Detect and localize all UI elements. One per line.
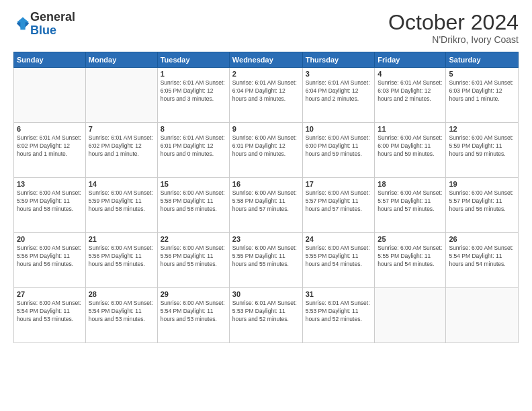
day-number: 18 bbox=[378, 180, 443, 188]
day-info: Sunrise: 6:00 AM Sunset: 5:54 PM Dayligh… bbox=[161, 300, 226, 324]
day-number: 4 bbox=[378, 70, 443, 78]
calendar-cell: 15Sunrise: 6:00 AM Sunset: 5:58 PM Dayli… bbox=[157, 178, 229, 233]
day-info: Sunrise: 6:00 AM Sunset: 5:56 PM Dayligh… bbox=[17, 244, 83, 269]
calendar-cell bbox=[375, 288, 446, 343]
calendar-cell: 11Sunrise: 6:00 AM Sunset: 6:00 PM Dayli… bbox=[375, 123, 446, 178]
calendar-cell: 23Sunrise: 6:00 AM Sunset: 5:55 PM Dayli… bbox=[229, 233, 302, 288]
calendar-cell: 2Sunrise: 6:01 AM Sunset: 6:04 PM Daylig… bbox=[229, 68, 302, 123]
day-number: 5 bbox=[449, 70, 515, 78]
day-info: Sunrise: 6:00 AM Sunset: 5:54 PM Dayligh… bbox=[89, 300, 154, 324]
calendar-cell: 22Sunrise: 6:00 AM Sunset: 5:56 PM Dayli… bbox=[157, 233, 229, 288]
day-header-tuesday: Tuesday bbox=[157, 52, 229, 68]
calendar-week-row: 6Sunrise: 6:01 AM Sunset: 6:02 PM Daylig… bbox=[14, 123, 519, 178]
day-info: Sunrise: 6:00 AM Sunset: 5:56 PM Dayligh… bbox=[89, 244, 154, 269]
calendar-cell: 5Sunrise: 6:01 AM Sunset: 6:03 PM Daylig… bbox=[446, 68, 519, 123]
day-info: Sunrise: 6:01 AM Sunset: 5:53 PM Dayligh… bbox=[232, 300, 300, 324]
day-info: Sunrise: 6:01 AM Sunset: 6:03 PM Dayligh… bbox=[449, 79, 515, 103]
calendar-cell: 1Sunrise: 6:01 AM Sunset: 6:05 PM Daylig… bbox=[157, 68, 229, 123]
day-info: Sunrise: 6:00 AM Sunset: 5:54 PM Dayligh… bbox=[449, 244, 515, 269]
day-number: 9 bbox=[232, 125, 300, 133]
day-info: Sunrise: 6:00 AM Sunset: 5:59 PM Dayligh… bbox=[17, 189, 83, 214]
calendar-header-row: SundayMondayTuesdayWednesdayThursdayFrid… bbox=[14, 52, 519, 68]
day-info: Sunrise: 6:00 AM Sunset: 5:57 PM Dayligh… bbox=[306, 189, 372, 214]
calendar-cell: 3Sunrise: 6:01 AM Sunset: 6:04 PM Daylig… bbox=[302, 68, 375, 123]
day-info: Sunrise: 6:00 AM Sunset: 5:56 PM Dayligh… bbox=[161, 244, 226, 269]
day-number: 23 bbox=[232, 235, 300, 243]
calendar-cell bbox=[446, 288, 519, 343]
calendar-cell: 24Sunrise: 6:00 AM Sunset: 5:55 PM Dayli… bbox=[302, 233, 375, 288]
month-title: October 2024 bbox=[388, 11, 519, 34]
logo-general-text: General bbox=[30, 11, 75, 24]
day-info: Sunrise: 6:00 AM Sunset: 5:58 PM Dayligh… bbox=[161, 189, 226, 214]
calendar-cell: 9Sunrise: 6:00 AM Sunset: 6:01 PM Daylig… bbox=[229, 123, 302, 178]
day-number: 10 bbox=[306, 125, 372, 133]
logo-blue-text: Blue bbox=[30, 24, 75, 38]
title-block: October 2024 N'Drikro, Ivory Coast bbox=[388, 11, 519, 45]
day-info: Sunrise: 6:00 AM Sunset: 5:55 PM Dayligh… bbox=[306, 244, 372, 269]
calendar-cell: 28Sunrise: 6:00 AM Sunset: 5:54 PM Dayli… bbox=[85, 288, 157, 343]
calendar-cell: 14Sunrise: 6:00 AM Sunset: 5:59 PM Dayli… bbox=[85, 178, 157, 233]
day-header-saturday: Saturday bbox=[446, 52, 519, 68]
day-number: 17 bbox=[306, 180, 372, 188]
logo-icon bbox=[13, 15, 30, 34]
calendar-cell: 29Sunrise: 6:00 AM Sunset: 5:54 PM Dayli… bbox=[157, 288, 229, 343]
day-number: 15 bbox=[161, 180, 226, 188]
calendar-cell: 8Sunrise: 6:01 AM Sunset: 6:01 PM Daylig… bbox=[157, 123, 229, 178]
calendar-cell: 31Sunrise: 6:01 AM Sunset: 5:53 PM Dayli… bbox=[302, 288, 375, 343]
day-number: 24 bbox=[306, 235, 372, 243]
day-number: 19 bbox=[449, 180, 515, 188]
calendar-week-row: 1Sunrise: 6:01 AM Sunset: 6:05 PM Daylig… bbox=[14, 68, 519, 123]
day-info: Sunrise: 6:00 AM Sunset: 5:55 PM Dayligh… bbox=[232, 244, 300, 269]
calendar-cell: 12Sunrise: 6:00 AM Sunset: 5:59 PM Dayli… bbox=[446, 123, 519, 178]
day-header-sunday: Sunday bbox=[14, 52, 86, 68]
calendar-week-row: 20Sunrise: 6:00 AM Sunset: 5:56 PM Dayli… bbox=[14, 233, 519, 288]
day-number: 11 bbox=[378, 125, 443, 133]
day-number: 21 bbox=[89, 235, 154, 243]
day-info: Sunrise: 6:01 AM Sunset: 6:02 PM Dayligh… bbox=[89, 134, 154, 158]
calendar-cell bbox=[85, 68, 157, 123]
calendar-cell: 18Sunrise: 6:00 AM Sunset: 5:57 PM Dayli… bbox=[375, 178, 446, 233]
day-number: 16 bbox=[232, 180, 300, 188]
day-number: 8 bbox=[161, 125, 226, 133]
calendar-cell: 7Sunrise: 6:01 AM Sunset: 6:02 PM Daylig… bbox=[85, 123, 157, 178]
day-info: Sunrise: 6:01 AM Sunset: 5:53 PM Dayligh… bbox=[306, 300, 372, 324]
calendar-week-row: 27Sunrise: 6:00 AM Sunset: 5:54 PM Dayli… bbox=[14, 288, 519, 343]
calendar-cell: 25Sunrise: 6:00 AM Sunset: 5:55 PM Dayli… bbox=[375, 233, 446, 288]
day-info: Sunrise: 6:00 AM Sunset: 6:00 PM Dayligh… bbox=[378, 134, 443, 158]
day-number: 28 bbox=[89, 290, 154, 298]
calendar-cell: 27Sunrise: 6:00 AM Sunset: 5:54 PM Dayli… bbox=[14, 288, 86, 343]
day-number: 30 bbox=[232, 290, 300, 298]
day-header-friday: Friday bbox=[375, 52, 446, 68]
day-number: 27 bbox=[17, 290, 83, 298]
calendar-table: SundayMondayTuesdayWednesdayThursdayFrid… bbox=[13, 52, 519, 343]
calendar-cell: 19Sunrise: 6:00 AM Sunset: 5:57 PM Dayli… bbox=[446, 178, 519, 233]
day-number: 6 bbox=[17, 125, 83, 133]
calendar-cell bbox=[14, 68, 86, 123]
day-number: 20 bbox=[17, 235, 83, 243]
day-info: Sunrise: 6:00 AM Sunset: 5:57 PM Dayligh… bbox=[449, 189, 515, 214]
day-number: 12 bbox=[449, 125, 515, 133]
day-info: Sunrise: 6:00 AM Sunset: 5:57 PM Dayligh… bbox=[378, 189, 443, 214]
day-number: 2 bbox=[232, 70, 300, 78]
calendar-cell: 16Sunrise: 6:00 AM Sunset: 5:58 PM Dayli… bbox=[229, 178, 302, 233]
header: General Blue October 2024 N'Drikro, Ivor… bbox=[13, 11, 519, 45]
calendar-cell: 21Sunrise: 6:00 AM Sunset: 5:56 PM Dayli… bbox=[85, 233, 157, 288]
calendar-cell: 20Sunrise: 6:00 AM Sunset: 5:56 PM Dayli… bbox=[14, 233, 86, 288]
calendar-cell: 17Sunrise: 6:00 AM Sunset: 5:57 PM Dayli… bbox=[302, 178, 375, 233]
day-header-wednesday: Wednesday bbox=[229, 52, 302, 68]
day-info: Sunrise: 6:00 AM Sunset: 5:59 PM Dayligh… bbox=[449, 134, 515, 158]
day-info: Sunrise: 6:01 AM Sunset: 6:05 PM Dayligh… bbox=[161, 79, 226, 103]
calendar-page: General Blue October 2024 N'Drikro, Ivor… bbox=[0, 0, 532, 411]
day-number: 14 bbox=[89, 180, 154, 188]
calendar-week-row: 13Sunrise: 6:00 AM Sunset: 5:59 PM Dayli… bbox=[14, 178, 519, 233]
day-info: Sunrise: 6:00 AM Sunset: 5:59 PM Dayligh… bbox=[89, 189, 154, 214]
day-number: 29 bbox=[161, 290, 226, 298]
day-header-monday: Monday bbox=[85, 52, 157, 68]
day-header-thursday: Thursday bbox=[302, 52, 375, 68]
day-info: Sunrise: 6:01 AM Sunset: 6:03 PM Dayligh… bbox=[378, 79, 443, 103]
day-info: Sunrise: 6:00 AM Sunset: 5:54 PM Dayligh… bbox=[17, 300, 83, 324]
calendar-cell: 13Sunrise: 6:00 AM Sunset: 5:59 PM Dayli… bbox=[14, 178, 86, 233]
day-info: Sunrise: 6:01 AM Sunset: 6:04 PM Dayligh… bbox=[232, 79, 300, 103]
day-number: 25 bbox=[378, 235, 443, 243]
calendar-cell: 10Sunrise: 6:00 AM Sunset: 6:00 PM Dayli… bbox=[302, 123, 375, 178]
